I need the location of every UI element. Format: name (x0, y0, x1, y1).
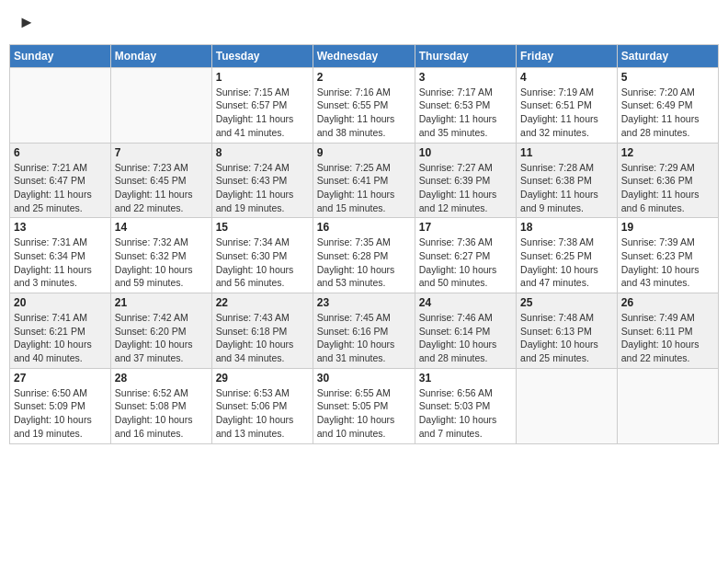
day-number: 26 (621, 296, 714, 309)
day-number: 30 (317, 372, 411, 385)
day-detail: Sunrise: 7:15 AMSunset: 6:57 PMDaylight:… (216, 86, 309, 140)
day-number: 6 (14, 146, 107, 159)
day-detail: Sunrise: 7:19 AMSunset: 6:51 PMDaylight:… (520, 86, 613, 140)
calendar-day-cell (617, 368, 718, 443)
day-number: 2 (317, 71, 411, 84)
calendar-day-cell: 28Sunrise: 6:52 AMSunset: 5:08 PMDayligh… (110, 368, 211, 443)
day-of-week-header: Friday (517, 44, 618, 67)
calendar-day-cell: 31Sunrise: 6:56 AMSunset: 5:03 PMDayligh… (415, 368, 516, 443)
day-detail: Sunrise: 7:36 AMSunset: 6:27 PMDaylight:… (419, 236, 512, 290)
page-header: ► (9, 9, 719, 37)
day-of-week-header: Wednesday (313, 44, 415, 67)
day-detail: Sunrise: 7:27 AMSunset: 6:39 PMDaylight:… (419, 161, 512, 215)
calendar-day-cell: 11Sunrise: 7:28 AMSunset: 6:38 PMDayligh… (517, 143, 618, 218)
day-detail: Sunrise: 7:43 AMSunset: 6:18 PMDaylight:… (216, 311, 309, 365)
day-of-week-header: Monday (110, 44, 211, 67)
day-number: 18 (520, 221, 613, 234)
day-detail: Sunrise: 7:28 AMSunset: 6:38 PMDaylight:… (520, 161, 613, 215)
calendar-header: SundayMondayTuesdayWednesdayThursdayFrid… (10, 44, 719, 67)
day-detail: Sunrise: 7:23 AMSunset: 6:45 PMDaylight:… (115, 161, 208, 215)
day-number: 5 (621, 71, 714, 84)
calendar-day-cell: 10Sunrise: 7:27 AMSunset: 6:39 PMDayligh… (415, 143, 516, 218)
calendar-day-cell: 2Sunrise: 7:16 AMSunset: 6:55 PMDaylight… (313, 67, 415, 143)
day-number: 28 (115, 372, 208, 385)
calendar-table: SundayMondayTuesdayWednesdayThursdayFrid… (9, 44, 719, 444)
calendar-week-row: 6Sunrise: 7:21 AMSunset: 6:47 PMDaylight… (10, 143, 719, 218)
day-detail: Sunrise: 7:45 AMSunset: 6:16 PMDaylight:… (317, 311, 411, 365)
calendar-day-cell: 22Sunrise: 7:43 AMSunset: 6:18 PMDayligh… (211, 293, 313, 369)
calendar-day-cell: 3Sunrise: 7:17 AMSunset: 6:53 PMDaylight… (415, 67, 516, 143)
day-detail: Sunrise: 7:16 AMSunset: 6:55 PMDaylight:… (317, 86, 411, 140)
calendar-day-cell: 20Sunrise: 7:41 AMSunset: 6:21 PMDayligh… (10, 293, 111, 369)
day-detail: Sunrise: 7:41 AMSunset: 6:21 PMDaylight:… (14, 311, 107, 365)
day-detail: Sunrise: 7:49 AMSunset: 6:11 PMDaylight:… (621, 311, 714, 365)
day-number: 15 (216, 221, 309, 234)
day-number: 31 (419, 372, 512, 385)
calendar-day-cell: 6Sunrise: 7:21 AMSunset: 6:47 PMDaylight… (10, 143, 111, 218)
calendar-day-cell: 5Sunrise: 7:20 AMSunset: 6:49 PMDaylight… (617, 67, 718, 143)
day-number: 13 (14, 221, 107, 234)
day-number: 21 (115, 296, 208, 309)
day-detail: Sunrise: 7:46 AMSunset: 6:14 PMDaylight:… (419, 311, 512, 365)
calendar-day-cell: 14Sunrise: 7:32 AMSunset: 6:32 PMDayligh… (110, 218, 211, 293)
calendar-day-cell (517, 368, 618, 443)
calendar-day-cell: 23Sunrise: 7:45 AMSunset: 6:16 PMDayligh… (313, 293, 415, 369)
calendar-day-cell: 30Sunrise: 6:55 AMSunset: 5:05 PMDayligh… (313, 368, 415, 443)
day-number: 29 (216, 372, 309, 385)
day-detail: Sunrise: 7:24 AMSunset: 6:43 PMDaylight:… (216, 161, 309, 215)
day-of-week-header: Thursday (415, 44, 516, 67)
calendar-day-cell: 12Sunrise: 7:29 AMSunset: 6:36 PMDayligh… (617, 143, 718, 218)
day-detail: Sunrise: 6:53 AMSunset: 5:06 PMDaylight:… (216, 386, 309, 441)
day-of-week-header: Tuesday (211, 44, 313, 67)
day-number: 10 (419, 146, 512, 159)
calendar-day-cell (110, 67, 211, 143)
calendar-day-cell: 4Sunrise: 7:19 AMSunset: 6:51 PMDaylight… (517, 67, 618, 143)
day-detail: Sunrise: 7:21 AMSunset: 6:47 PMDaylight:… (14, 161, 107, 215)
calendar-week-row: 13Sunrise: 7:31 AMSunset: 6:34 PMDayligh… (10, 218, 719, 293)
day-detail: Sunrise: 7:48 AMSunset: 6:13 PMDaylight:… (520, 311, 613, 365)
day-number: 20 (14, 296, 107, 309)
calendar-day-cell: 29Sunrise: 6:53 AMSunset: 5:06 PMDayligh… (211, 368, 313, 443)
calendar-day-cell: 27Sunrise: 6:50 AMSunset: 5:09 PMDayligh… (10, 368, 111, 443)
day-detail: Sunrise: 7:20 AMSunset: 6:49 PMDaylight:… (621, 86, 714, 140)
calendar-day-cell: 19Sunrise: 7:39 AMSunset: 6:23 PMDayligh… (617, 218, 718, 293)
day-number: 19 (621, 221, 714, 234)
day-of-week-header: Saturday (617, 44, 718, 67)
calendar-week-row: 27Sunrise: 6:50 AMSunset: 5:09 PMDayligh… (10, 368, 719, 443)
day-number: 1 (216, 71, 309, 84)
day-detail: Sunrise: 6:55 AMSunset: 5:05 PMDaylight:… (317, 386, 411, 441)
day-number: 3 (419, 71, 512, 84)
logo: ► (18, 14, 35, 32)
day-detail: Sunrise: 7:35 AMSunset: 6:28 PMDaylight:… (317, 236, 411, 290)
day-number: 11 (520, 146, 613, 159)
day-detail: Sunrise: 6:52 AMSunset: 5:08 PMDaylight:… (115, 386, 208, 441)
day-number: 7 (115, 146, 208, 159)
calendar-week-row: 1Sunrise: 7:15 AMSunset: 6:57 PMDaylight… (10, 67, 719, 143)
day-number: 16 (317, 221, 411, 234)
calendar-day-cell: 16Sunrise: 7:35 AMSunset: 6:28 PMDayligh… (313, 218, 415, 293)
day-detail: Sunrise: 7:17 AMSunset: 6:53 PMDaylight:… (419, 86, 512, 140)
day-number: 27 (14, 372, 107, 385)
day-detail: Sunrise: 6:50 AMSunset: 5:09 PMDaylight:… (14, 386, 107, 441)
day-number: 22 (216, 296, 309, 309)
calendar-week-row: 20Sunrise: 7:41 AMSunset: 6:21 PMDayligh… (10, 293, 719, 369)
calendar-day-cell: 8Sunrise: 7:24 AMSunset: 6:43 PMDaylight… (211, 143, 313, 218)
day-number: 25 (520, 296, 613, 309)
day-detail: Sunrise: 7:39 AMSunset: 6:23 PMDaylight:… (621, 236, 714, 290)
day-detail: Sunrise: 7:29 AMSunset: 6:36 PMDaylight:… (621, 161, 714, 215)
day-number: 23 (317, 296, 411, 309)
day-detail: Sunrise: 7:32 AMSunset: 6:32 PMDaylight:… (115, 236, 208, 290)
day-detail: Sunrise: 7:31 AMSunset: 6:34 PMDaylight:… (14, 236, 107, 290)
day-detail: Sunrise: 6:56 AMSunset: 5:03 PMDaylight:… (419, 386, 512, 441)
day-detail: Sunrise: 7:25 AMSunset: 6:41 PMDaylight:… (317, 161, 411, 215)
day-detail: Sunrise: 7:42 AMSunset: 6:20 PMDaylight:… (115, 311, 208, 365)
day-number: 8 (216, 146, 309, 159)
calendar-day-cell: 25Sunrise: 7:48 AMSunset: 6:13 PMDayligh… (517, 293, 618, 369)
day-number: 24 (419, 296, 512, 309)
day-number: 12 (621, 146, 714, 159)
day-of-week-header: Sunday (10, 44, 111, 67)
calendar-day-cell: 9Sunrise: 7:25 AMSunset: 6:41 PMDaylight… (313, 143, 415, 218)
day-number: 4 (520, 71, 613, 84)
calendar-day-cell: 21Sunrise: 7:42 AMSunset: 6:20 PMDayligh… (110, 293, 211, 369)
day-detail: Sunrise: 7:38 AMSunset: 6:25 PMDaylight:… (520, 236, 613, 290)
